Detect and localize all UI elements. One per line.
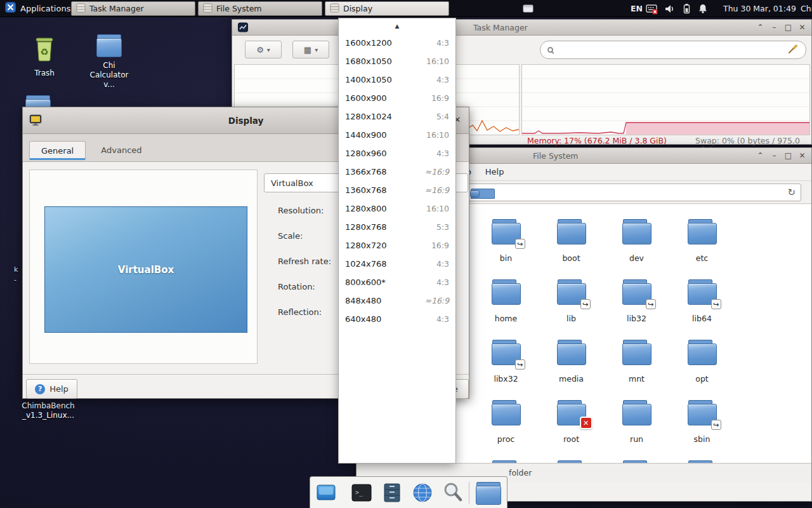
settings-menu-button[interactable]: ⚙ ▾ (245, 41, 282, 58)
desktop-icon-chi-calculator[interactable]: Chi Calculator v... (84, 33, 134, 90)
clear-filter-icon[interactable] (787, 43, 799, 57)
aspect-ratio: 4:3 (436, 277, 449, 287)
keyboard-layout-indicator[interactable]: EN (631, 0, 643, 17)
resolution-option[interactable]: 1600x900 16:9 (339, 89, 455, 107)
taskbar-window-button[interactable]: File System (198, 1, 322, 16)
folder-item[interactable]: proc (473, 398, 539, 458)
folder-label: run (630, 434, 643, 444)
web-browser-icon[interactable] (410, 480, 435, 505)
tab[interactable]: Advanced (89, 140, 154, 159)
bench-label-line1: ChimbaBench (22, 401, 74, 411)
folder-label: etc (696, 253, 708, 263)
resolution-option[interactable]: 1280x720 16:9 (339, 236, 455, 255)
maximize-button[interactable]: □ (784, 151, 792, 160)
input-method-icon[interactable] (646, 0, 658, 17)
folder-item[interactable]: opt (669, 338, 735, 398)
monitor-label: VirtualBox (118, 264, 174, 276)
battery-icon[interactable] (683, 0, 691, 17)
aspect-ratio: 5:3 (436, 222, 449, 232)
resolution-option[interactable]: 1280x960 4:3 (339, 144, 455, 163)
no-access-emblem-icon (580, 417, 593, 429)
resolution-option[interactable]: 1440x900 16:10 (339, 126, 455, 144)
resolution-option[interactable]: 1360x768 ≈16:9 (339, 181, 455, 199)
minimize-button[interactable]: – (770, 23, 778, 32)
folder-icon (688, 223, 717, 244)
memory-usage-graph (521, 64, 810, 135)
folder-item[interactable]: bin (473, 217, 539, 277)
resolution-option[interactable]: 1366x768 ≈16:9 (339, 163, 455, 181)
folder-item[interactable]: media (539, 338, 604, 398)
view-mode-button[interactable]: ▦ ▾ (292, 41, 329, 58)
folder-item[interactable]: etc (669, 217, 735, 277)
resolution-option[interactable]: 1024x768 4:3 (339, 255, 455, 273)
folder-item[interactable]: root (539, 398, 604, 458)
folder-label: lib32 (627, 314, 646, 323)
resolution-dropdown-menu: ▲ 1600x1200 4:3 1680x1050 16:10 1400x105… (338, 18, 456, 464)
resolution-value: 640x480 (345, 314, 381, 324)
process-search-input[interactable] (540, 41, 806, 59)
resolution-option[interactable]: 1600x1200 4:3 (339, 34, 455, 52)
shade-button[interactable]: ⌃ (756, 23, 764, 32)
folder-item[interactable]: lib32 (604, 277, 669, 338)
path-entry[interactable]: / ↻ (464, 184, 801, 201)
window-button-icon (203, 3, 213, 15)
folder-label: lib64 (692, 314, 712, 323)
applications-menu-button[interactable]: Applications (1, 1, 74, 16)
window-button-label: Display (343, 4, 372, 13)
folder-item[interactable]: home (473, 277, 539, 338)
folder-item[interactable]: run (604, 398, 669, 458)
clock[interactable]: Thu 30 Mar, 01:49 (723, 0, 796, 17)
minimize-button[interactable]: – (770, 151, 778, 160)
monitor-preview-panel: VirtualBox (29, 170, 258, 364)
folder-item[interactable]: libx32 (473, 338, 539, 398)
folder-item[interactable]: lib (539, 277, 604, 338)
help-button[interactable]: ? Help (26, 379, 77, 399)
refresh-icon[interactable]: ↻ (787, 187, 796, 198)
folder-item[interactable]: boot (539, 217, 604, 277)
aspect-ratio: 4:3 (436, 259, 449, 269)
resolution-option[interactable]: 1680x1050 16:10 (339, 52, 455, 70)
app-finder-icon[interactable] (440, 480, 466, 505)
task-manager-titlebar[interactable]: Task Manager ⌃ – □ ✕ (232, 20, 811, 36)
window-tray-icon[interactable] (523, 0, 534, 17)
file-cabinet-icon[interactable] (379, 480, 405, 505)
folder-label: root (563, 434, 579, 444)
desktop-icon-chimbabench[interactable]: ChimbaBench _v1.3_Linux... (13, 401, 84, 420)
maximize-button[interactable]: □ (784, 23, 792, 32)
resolution-option[interactable]: 640x480 4:3 (339, 310, 455, 328)
tab[interactable]: General (29, 141, 86, 160)
taskbar-window-button[interactable]: Task Manager (71, 1, 195, 16)
shade-button[interactable]: ⌃ (756, 151, 764, 160)
notification-bell-icon[interactable] (698, 0, 708, 17)
volume-icon[interactable] (665, 0, 674, 17)
folder-label: bin (500, 253, 512, 263)
aspect-ratio: 16:9 (431, 241, 449, 250)
aspect-ratio: 16:10 (426, 130, 449, 140)
desktop-icon-launcher[interactable] (313, 480, 339, 505)
resolution-option[interactable]: 800x600* 4:3 (339, 273, 455, 291)
taskbar-window-button[interactable]: Display (325, 1, 449, 16)
resolution-option[interactable]: 1280x768 5:3 (339, 218, 455, 236)
monitor-preview[interactable]: VirtualBox (44, 206, 247, 333)
folder-item[interactable]: lib64 (669, 277, 735, 338)
terminal-icon[interactable]: >_ (349, 480, 374, 505)
resolution-option[interactable]: 812x508 16:10 (339, 199, 455, 218)
top-panel: Applications Task Manager File System (0, 0, 812, 17)
close-button[interactable]: ✕ (798, 23, 806, 32)
resolution-option[interactable]: 1280x1024 5:4 (339, 107, 455, 126)
folder-item[interactable]: mnt (604, 338, 669, 398)
folder-icon (492, 404, 521, 425)
menu-item[interactable]: Help (478, 164, 511, 180)
window-button-icon (76, 3, 86, 15)
file-manager-icon[interactable] (476, 480, 501, 505)
folder-item[interactable]: sbin (669, 398, 735, 458)
trash-label: Trash (34, 69, 55, 78)
aspect-ratio: 5:4 (436, 112, 449, 121)
scroll-up-arrow[interactable]: ▲ (339, 18, 455, 34)
close-button[interactable]: ✕ (798, 151, 806, 160)
resolution-value: 1400x1050 (345, 75, 392, 84)
resolution-option[interactable]: 1400x1050 4:3 (339, 70, 455, 89)
desktop-icon-trash[interactable]: ♻ Trash (25, 36, 63, 78)
resolution-option[interactable]: 848x480 ≈16:9 (339, 291, 455, 310)
folder-item[interactable]: dev (604, 217, 669, 277)
